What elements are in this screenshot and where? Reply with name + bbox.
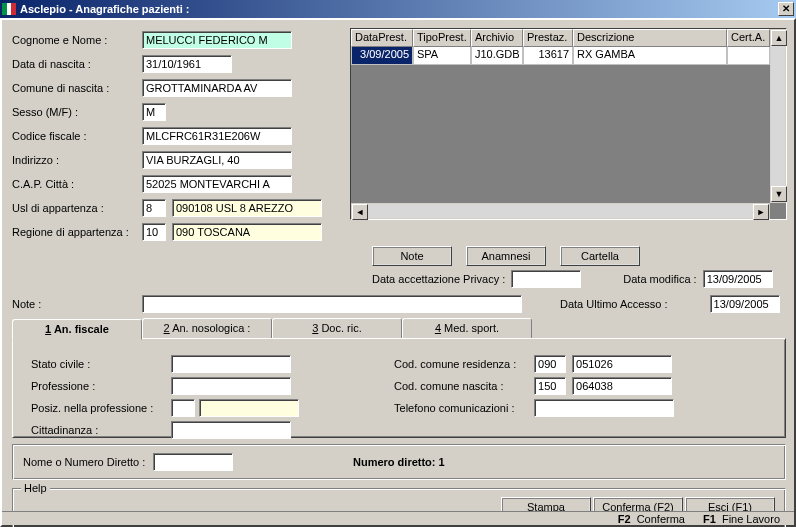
col-dataprest[interactable]: DataPrest.	[351, 29, 413, 47]
patient-form: Cognome e Nome :MELUCCI FEDERICO M Data …	[12, 28, 342, 244]
label-num-diretto: Nome o Numero Diretto :	[23, 456, 153, 468]
field-nas-code[interactable]: 150	[534, 377, 566, 395]
field-professione[interactable]	[171, 377, 291, 395]
label-cittadinanza: Cittadinanza :	[31, 424, 171, 436]
field-data-modifica[interactable]: 13/09/2005	[703, 270, 773, 288]
col-tipoprest[interactable]: TipoPrest.	[413, 29, 471, 47]
scroll-up-icon[interactable]: ▲	[771, 30, 787, 46]
label-cognome: Cognome e Nome :	[12, 34, 142, 46]
label-professione: Professione :	[31, 380, 171, 392]
grid-vscroll[interactable]: ▲▼	[770, 29, 786, 203]
label-indirizzo: Indirizzo :	[12, 154, 142, 166]
field-stato-civile[interactable]	[171, 355, 291, 373]
field-num-diretto[interactable]	[153, 453, 233, 471]
label-stato-civile: Stato civile :	[31, 358, 171, 370]
label-data-modifica: Data modifica :	[623, 273, 696, 285]
grid-hscroll[interactable]: ◄►	[351, 203, 770, 219]
scroll-left-icon[interactable]: ◄	[352, 204, 368, 220]
field-cognome[interactable]: MELUCCI FEDERICO M	[142, 31, 292, 49]
group-diretto: Nome o Numero Diretto : Numero diretto: …	[12, 444, 786, 480]
label-sesso: Sesso (M/F) :	[12, 106, 142, 118]
close-button[interactable]: ✕	[778, 2, 794, 16]
field-nas-val[interactable]: 064038	[572, 377, 672, 395]
label-cap: C.A.P. Città :	[12, 178, 142, 190]
field-res-code[interactable]: 090	[534, 355, 566, 373]
field-cittadinanza[interactable]	[171, 421, 291, 439]
field-cap[interactable]: 52025 MONTEVARCHI A	[142, 175, 292, 193]
label-cod-residenza: Cod. comune residenza :	[394, 358, 534, 370]
field-note[interactable]	[142, 295, 522, 313]
tab-doc-ric[interactable]: 3 Doc. ric.	[272, 318, 402, 339]
app-icon	[2, 3, 16, 15]
label-nascita: Data di nascita :	[12, 58, 142, 70]
field-indirizzo[interactable]: VIA BURZAGLI, 40	[142, 151, 292, 169]
field-reg-code[interactable]: 10	[142, 223, 166, 241]
titlebar: Asclepio - Anagrafiche pazienti : ✕	[0, 0, 796, 18]
grid-row[interactable]: 3/09/2005 SPA J10.GDB 13617 RX GAMBA	[351, 47, 786, 65]
scroll-down-icon[interactable]: ▼	[771, 186, 787, 202]
grid-header: DataPrest. TipoPrest. Archivio Prestaz. …	[351, 29, 786, 47]
cartella-button[interactable]: Cartella	[560, 246, 640, 266]
field-usl-code[interactable]: 8	[142, 199, 166, 217]
field-ultimo-accesso[interactable]: 13/09/2005	[710, 295, 780, 313]
label-comune: Comune di nascita :	[12, 82, 142, 94]
field-nascita[interactable]: 31/10/1961	[142, 55, 232, 73]
window-body: Cognome e Nome :MELUCCI FEDERICO M Data …	[0, 18, 796, 527]
col-archivio[interactable]: Archivio	[471, 29, 523, 47]
label-privacy-accett: Data accettazione Privacy :	[372, 273, 505, 285]
field-regione[interactable]: 090 TOSCANA	[172, 223, 322, 241]
tab-an-fiscale[interactable]: 1 An. fiscale	[12, 319, 142, 340]
label-usl: Usl di appartenza :	[12, 202, 142, 214]
tab-med-sport[interactable]: 4 Med. sport.	[402, 318, 532, 339]
status-bar: F2 Conferma F1 Fine Lavoro	[2, 511, 794, 525]
label-ultimo-accesso: Data Ultimo Accesso :	[560, 298, 668, 310]
col-descrizione[interactable]: Descrizione	[573, 29, 727, 47]
field-usl[interactable]: 090108 USL 8 AREZZO	[172, 199, 322, 217]
label-telefono: Telefono comunicazioni :	[394, 402, 534, 414]
field-comune[interactable]: GROTTAMINARDA AV	[142, 79, 292, 97]
scroll-right-icon[interactable]: ►	[753, 204, 769, 220]
tabpane-an-fiscale: Stato civile : Professione : Posiz. nell…	[12, 338, 786, 438]
field-cf[interactable]: MLCFRC61R31E206W	[142, 127, 292, 145]
col-prestaz[interactable]: Prestaz.	[523, 29, 573, 47]
note-button[interactable]: Note	[372, 246, 452, 266]
prestazioni-grid[interactable]: DataPrest. TipoPrest. Archivio Prestaz. …	[350, 28, 787, 220]
field-res-val[interactable]: 051026	[572, 355, 672, 373]
col-certa[interactable]: Cert.A.	[727, 29, 770, 47]
numero-diretto: Numero diretto: 1	[353, 456, 445, 468]
label-cf: Codice fiscale :	[12, 130, 142, 142]
field-posiz-code[interactable]	[171, 399, 195, 417]
field-sesso[interactable]: M	[142, 103, 166, 121]
help-legend: Help	[21, 482, 50, 494]
field-privacy-accett[interactable]	[511, 270, 581, 288]
tab-an-nosologica[interactable]: 2 An. nosologica :	[142, 318, 272, 339]
field-posiz-prof[interactable]	[199, 399, 299, 417]
tabstrip: 1 An. fiscale 2 An. nosologica : 3 Doc. …	[12, 318, 786, 339]
label-note: Note :	[12, 298, 142, 310]
window-title: Asclepio - Anagrafiche pazienti :	[20, 3, 190, 15]
field-telefono[interactable]	[534, 399, 674, 417]
label-posiz-prof: Posiz. nella professione :	[31, 402, 171, 414]
label-regione: Regione di appartenza :	[12, 226, 142, 238]
anamnesi-button[interactable]: Anamnesi	[466, 246, 546, 266]
label-cod-nascita: Cod. comune nascita :	[394, 380, 534, 392]
